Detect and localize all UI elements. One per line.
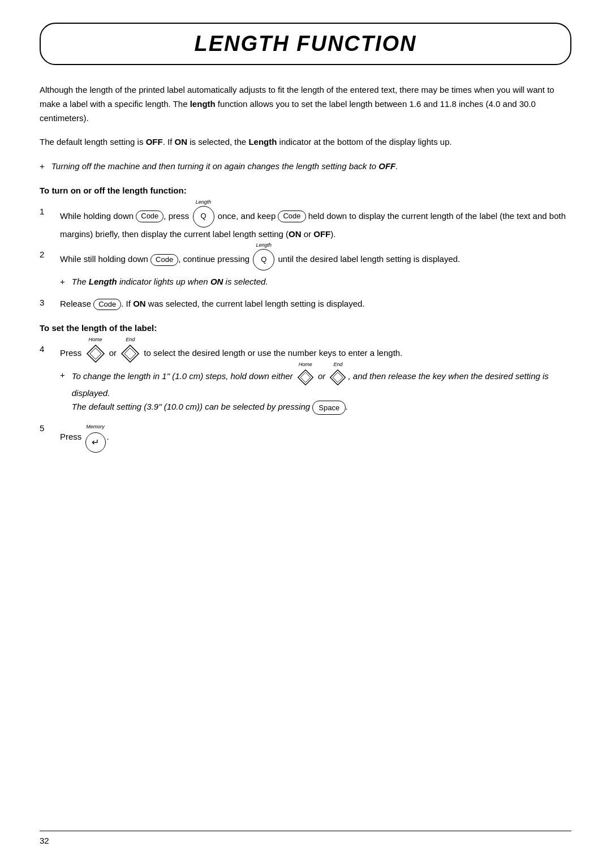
q-key-length-2: Length Q bbox=[253, 249, 274, 270]
step-number-5: 5 bbox=[40, 423, 51, 433]
note-plus-icon: + bbox=[40, 160, 45, 174]
page-footer: 32 bbox=[40, 831, 571, 845]
intro-paragraph-1: Although the length of the printed label… bbox=[40, 83, 571, 125]
space-key: Space bbox=[312, 401, 346, 415]
steps-list-1: 1 While holding down Code, press Length … bbox=[40, 206, 571, 311]
home-key-2: Home bbox=[296, 368, 315, 386]
section2-heading: To set the length of the label: bbox=[40, 321, 571, 336]
step-5: 5 Press Memory ↵ . bbox=[40, 423, 571, 453]
steps-list-2: 4 Press Home or End to select the desire… bbox=[40, 343, 571, 453]
home-key: Home bbox=[85, 343, 106, 364]
step-1: 1 While holding down Code, press Length … bbox=[40, 206, 571, 242]
q-key-length-1: Length Q bbox=[193, 206, 214, 227]
section1-heading: To turn on or off the length function: bbox=[40, 184, 571, 198]
home-diamond-icon bbox=[85, 343, 106, 364]
end-key-2: End bbox=[329, 368, 347, 386]
memory-label: Memory bbox=[86, 423, 105, 431]
subnote-plus-icon: + bbox=[60, 275, 65, 289]
code-key-3: Code bbox=[150, 254, 178, 266]
page-title: LENGTH FUNCTION bbox=[58, 32, 553, 56]
step-3-body: Release Code. If ON was selected, the cu… bbox=[60, 297, 571, 311]
memory-press-key: ↵ bbox=[85, 432, 106, 453]
home-diamond-icon-2 bbox=[296, 368, 315, 386]
step-3: 3 Release Code. If ON was selected, the … bbox=[40, 297, 571, 311]
step-5-body: Press Memory ↵ . bbox=[60, 423, 571, 453]
end-key: End bbox=[120, 343, 140, 364]
step-number-4: 4 bbox=[40, 343, 51, 354]
step-2-subnote: + The Length indicator lights up when ON… bbox=[60, 275, 571, 289]
step-4-subnote1: + To change the length in 1" (1.0 cm) st… bbox=[60, 368, 571, 415]
end-diamond-icon bbox=[120, 343, 140, 364]
intro-paragraph-2: The default length setting is OFF. If ON… bbox=[40, 135, 571, 149]
step-4-body: Press Home or End to select the desired … bbox=[60, 343, 571, 415]
note-turning-off: + Turning off the machine and then turni… bbox=[40, 160, 571, 174]
code-key-4: Code bbox=[93, 299, 121, 311]
code-key-2: Code bbox=[278, 210, 306, 222]
page-title-box: LENGTH FUNCTION bbox=[40, 23, 571, 65]
memory-key-wrapper: Memory ↵ bbox=[85, 423, 106, 453]
step-number-3: 3 bbox=[40, 297, 51, 307]
step-number-1: 1 bbox=[40, 206, 51, 216]
step-number-2: 2 bbox=[40, 249, 51, 259]
page-number: 32 bbox=[40, 836, 49, 845]
end-diamond-icon-2 bbox=[329, 368, 347, 386]
subnote4-plus-icon: + bbox=[60, 368, 65, 415]
code-key-1: Code bbox=[136, 210, 163, 222]
step-1-body: While holding down Code, press Length Q … bbox=[60, 206, 571, 242]
step-4: 4 Press Home or End to select the desire… bbox=[40, 343, 571, 415]
step-2-body: While still holding down Code, continue … bbox=[60, 249, 571, 289]
step-2: 2 While still holding down Code, continu… bbox=[40, 249, 571, 289]
